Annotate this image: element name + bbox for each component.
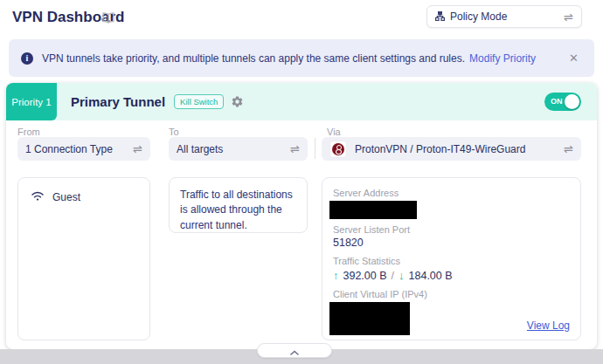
traffic-statistics-label: Traffic Statistics: [333, 256, 570, 266]
policy-mode-selector[interactable]: Policy Mode ⇌: [426, 5, 582, 28]
view-log-link[interactable]: View Log: [527, 319, 570, 332]
tunnel-card: Priority 1 Primary Tunnel Kill Switch ON…: [6, 83, 597, 349]
banner-text: VPN tunnels take priority, and multiple …: [42, 52, 465, 65]
to-selector-value: All targets: [177, 143, 223, 155]
documentation-icon[interactable]: [101, 11, 115, 27]
traffic-separator: /: [392, 270, 394, 282]
swap-via-icon: ⇌: [564, 143, 573, 155]
guest-label: Guest: [52, 191, 80, 203]
toggle-knob: [565, 94, 579, 109]
tunnel-on-toggle[interactable]: ON: [544, 93, 581, 111]
via-panel: Server Address Server Listen Port 51820 …: [322, 177, 581, 340]
server-address-label: Server Address: [333, 188, 570, 198]
from-selector-value: 1 Connection Type: [25, 143, 113, 155]
to-column-label: To: [169, 127, 179, 137]
chevron-up-icon: [290, 343, 299, 359]
from-selector[interactable]: 1 Connection Type ⇌: [17, 137, 150, 161]
wifi-icon: [31, 189, 45, 205]
column-divider: [315, 138, 315, 159]
redacted-server-address: [329, 201, 417, 219]
collapse-button[interactable]: [257, 343, 332, 358]
traffic-statistics-value: ↑ 392.00 B / ↓ 184.00 B: [333, 269, 570, 282]
to-selector[interactable]: All targets ⇌: [169, 137, 308, 161]
policy-mode-icon: [435, 9, 445, 24]
via-column-label: Via: [327, 127, 341, 137]
upload-value: 392.00 B: [343, 270, 387, 282]
banner-close-icon[interactable]: ✕: [565, 48, 582, 68]
swap-from-icon: ⇌: [133, 143, 142, 155]
tunnel-title: Primary Tunnel: [71, 94, 165, 109]
from-column-label: From: [17, 127, 40, 137]
swap-to-icon: ⇌: [290, 143, 300, 155]
to-description: Traffic to all destinations is allowed t…: [170, 178, 307, 243]
via-selector-value: ProtonVPN / Proton-IT49-WireGuard: [355, 143, 525, 155]
download-value: 184.00 B: [409, 270, 453, 282]
client-virtual-ip-label: Client Virtual IP (IPv4): [333, 289, 570, 299]
modify-priority-link[interactable]: Modify Priority: [469, 52, 536, 65]
to-panel: Traffic to all destinations is allowed t…: [169, 177, 308, 233]
server-listen-port-label: Server Listen Port: [333, 224, 570, 235]
swap-mode-icon: ⇌: [564, 11, 573, 23]
info-banner: i VPN tunnels take priority, and multipl…: [9, 39, 594, 77]
protonvpn-logo-icon: [329, 141, 347, 158]
download-arrow-icon: ↓: [399, 269, 405, 282]
redacted-client-virtual-ip: [329, 302, 410, 335]
toggle-state-label: ON: [551, 97, 563, 106]
policy-mode-label: Policy Mode: [450, 10, 507, 23]
kill-switch-badge: Kill Switch: [174, 94, 224, 109]
via-selector[interactable]: ProtonVPN / Proton-IT49-WireGuard ⇌: [322, 137, 581, 161]
vpn-dashboard-page: VPN Dashboard Policy Mode ⇌ i VPN tunnel…: [0, 0, 603, 364]
priority-badge: Priority 1: [6, 83, 57, 120]
server-listen-port-value: 51820: [333, 237, 570, 249]
list-item-guest[interactable]: Guest: [18, 178, 149, 216]
from-panel: Guest: [17, 177, 150, 340]
upload-arrow-icon: ↑: [333, 269, 339, 282]
info-icon: i: [21, 52, 33, 65]
tunnel-card-header: Priority 1 Primary Tunnel Kill Switch ON: [6, 83, 597, 120]
gear-icon[interactable]: [231, 95, 244, 108]
